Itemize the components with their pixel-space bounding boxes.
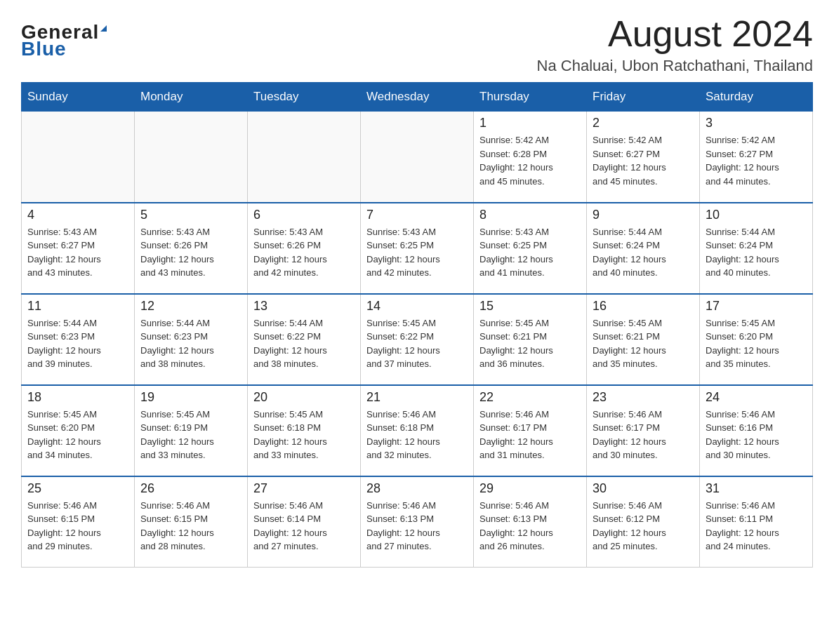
day-info: Sunrise: 5:45 AM Sunset: 6:22 PM Dayligh… (366, 316, 468, 371)
day-number: 4 (27, 208, 128, 222)
month-title: August 2024 (537, 14, 813, 54)
calendar-cell (22, 112, 135, 203)
logo-blue-text: Blue (21, 38, 67, 60)
calendar-cell: 2Sunrise: 5:42 AM Sunset: 6:27 PM Daylig… (587, 112, 700, 203)
day-number: 5 (140, 208, 241, 222)
day-info: Sunrise: 5:45 AM Sunset: 6:18 PM Dayligh… (253, 408, 355, 462)
calendar-week-4: 18Sunrise: 5:45 AM Sunset: 6:20 PM Dayli… (22, 385, 813, 476)
calendar-header-row: SundayMondayTuesdayWednesdayThursdayFrid… (22, 83, 813, 112)
header: General Blue August 2024 Na Chaluai, Ubo… (21, 14, 813, 75)
calendar-cell: 15Sunrise: 5:45 AM Sunset: 6:21 PM Dayli… (474, 294, 587, 385)
calendar-cell (135, 112, 248, 203)
day-number: 23 (593, 390, 694, 405)
day-info: Sunrise: 5:46 AM Sunset: 6:12 PM Dayligh… (593, 499, 694, 554)
day-number: 9 (593, 208, 694, 222)
calendar-cell: 24Sunrise: 5:46 AM Sunset: 6:16 PM Dayli… (700, 385, 813, 476)
day-info: Sunrise: 5:46 AM Sunset: 6:13 PM Dayligh… (479, 499, 581, 554)
day-number: 24 (706, 390, 807, 405)
day-number: 10 (706, 208, 807, 222)
day-info: Sunrise: 5:42 AM Sunset: 6:28 PM Dayligh… (479, 133, 581, 188)
day-number: 15 (479, 299, 581, 314)
day-number: 11 (27, 299, 128, 314)
calendar-cell: 10Sunrise: 5:44 AM Sunset: 6:24 PM Dayli… (700, 203, 813, 294)
day-number: 21 (366, 390, 468, 405)
header-monday: Monday (135, 83, 248, 112)
calendar-cell: 5Sunrise: 5:43 AM Sunset: 6:26 PM Daylig… (135, 203, 248, 294)
logo-arrow-icon (100, 25, 107, 32)
calendar-cell: 9Sunrise: 5:44 AM Sunset: 6:24 PM Daylig… (587, 203, 700, 294)
day-info: Sunrise: 5:45 AM Sunset: 6:21 PM Dayligh… (593, 316, 694, 371)
calendar-cell (361, 112, 474, 203)
day-info: Sunrise: 5:46 AM Sunset: 6:14 PM Dayligh… (253, 499, 355, 554)
day-info: Sunrise: 5:43 AM Sunset: 6:26 PM Dayligh… (140, 225, 241, 280)
calendar-week-1: 1Sunrise: 5:42 AM Sunset: 6:28 PM Daylig… (22, 112, 813, 203)
calendar-cell: 28Sunrise: 5:46 AM Sunset: 6:13 PM Dayli… (361, 476, 474, 568)
calendar-cell: 27Sunrise: 5:46 AM Sunset: 6:14 PM Dayli… (248, 476, 361, 568)
day-number: 28 (366, 481, 468, 496)
calendar-cell: 19Sunrise: 5:45 AM Sunset: 6:19 PM Dayli… (135, 385, 248, 476)
calendar-cell: 29Sunrise: 5:46 AM Sunset: 6:13 PM Dayli… (474, 476, 587, 568)
day-number: 2 (593, 116, 694, 130)
calendar-cell: 18Sunrise: 5:45 AM Sunset: 6:20 PM Dayli… (22, 385, 135, 476)
day-number: 13 (253, 299, 355, 314)
header-sunday: Sunday (22, 83, 135, 112)
day-info: Sunrise: 5:46 AM Sunset: 6:17 PM Dayligh… (593, 408, 694, 462)
day-number: 7 (366, 208, 468, 222)
day-number: 30 (593, 481, 694, 496)
location-title: Na Chaluai, Ubon Ratchathani, Thailand (537, 57, 813, 75)
header-tuesday: Tuesday (248, 83, 361, 112)
day-number: 12 (140, 299, 241, 314)
header-thursday: Thursday (474, 83, 587, 112)
day-info: Sunrise: 5:46 AM Sunset: 6:13 PM Dayligh… (366, 499, 468, 554)
day-number: 6 (253, 208, 355, 222)
calendar-cell: 11Sunrise: 5:44 AM Sunset: 6:23 PM Dayli… (22, 294, 135, 385)
calendar-week-3: 11Sunrise: 5:44 AM Sunset: 6:23 PM Dayli… (22, 294, 813, 385)
day-info: Sunrise: 5:46 AM Sunset: 6:15 PM Dayligh… (27, 499, 128, 554)
calendar-table: SundayMondayTuesdayWednesdayThursdayFrid… (21, 82, 813, 568)
day-info: Sunrise: 5:46 AM Sunset: 6:17 PM Dayligh… (479, 408, 581, 462)
day-number: 20 (253, 390, 355, 405)
day-info: Sunrise: 5:43 AM Sunset: 6:25 PM Dayligh… (366, 225, 468, 280)
day-info: Sunrise: 5:44 AM Sunset: 6:23 PM Dayligh… (140, 316, 241, 371)
day-number: 18 (27, 390, 128, 405)
calendar-cell: 3Sunrise: 5:42 AM Sunset: 6:27 PM Daylig… (700, 112, 813, 203)
day-info: Sunrise: 5:46 AM Sunset: 6:15 PM Dayligh… (140, 499, 241, 554)
day-number: 14 (366, 299, 468, 314)
header-saturday: Saturday (700, 83, 813, 112)
day-number: 29 (479, 481, 581, 496)
day-info: Sunrise: 5:45 AM Sunset: 6:20 PM Dayligh… (706, 316, 807, 371)
title-area: August 2024 Na Chaluai, Ubon Ratchathani… (537, 14, 813, 75)
calendar-cell: 25Sunrise: 5:46 AM Sunset: 6:15 PM Dayli… (22, 476, 135, 568)
calendar-cell: 7Sunrise: 5:43 AM Sunset: 6:25 PM Daylig… (361, 203, 474, 294)
day-number: 27 (253, 481, 355, 496)
calendar-cell: 12Sunrise: 5:44 AM Sunset: 6:23 PM Dayli… (135, 294, 248, 385)
calendar-week-5: 25Sunrise: 5:46 AM Sunset: 6:15 PM Dayli… (22, 476, 813, 568)
calendar-cell: 20Sunrise: 5:45 AM Sunset: 6:18 PM Dayli… (248, 385, 361, 476)
day-number: 3 (706, 116, 807, 130)
calendar-cell: 31Sunrise: 5:46 AM Sunset: 6:11 PM Dayli… (700, 476, 813, 568)
header-wednesday: Wednesday (361, 83, 474, 112)
day-info: Sunrise: 5:44 AM Sunset: 6:24 PM Dayligh… (706, 225, 807, 280)
day-number: 31 (706, 481, 807, 496)
day-info: Sunrise: 5:45 AM Sunset: 6:21 PM Dayligh… (479, 316, 581, 371)
calendar-cell: 22Sunrise: 5:46 AM Sunset: 6:17 PM Dayli… (474, 385, 587, 476)
calendar-cell: 26Sunrise: 5:46 AM Sunset: 6:15 PM Dayli… (135, 476, 248, 568)
day-info: Sunrise: 5:43 AM Sunset: 6:25 PM Dayligh… (479, 225, 581, 280)
calendar-cell: 16Sunrise: 5:45 AM Sunset: 6:21 PM Dayli… (587, 294, 700, 385)
calendar-cell: 14Sunrise: 5:45 AM Sunset: 6:22 PM Dayli… (361, 294, 474, 385)
calendar-cell: 8Sunrise: 5:43 AM Sunset: 6:25 PM Daylig… (474, 203, 587, 294)
day-number: 19 (140, 390, 241, 405)
calendar-cell: 13Sunrise: 5:44 AM Sunset: 6:22 PM Dayli… (248, 294, 361, 385)
day-number: 8 (479, 208, 581, 222)
day-number: 25 (27, 481, 128, 496)
calendar-cell: 30Sunrise: 5:46 AM Sunset: 6:12 PM Dayli… (587, 476, 700, 568)
day-info: Sunrise: 5:42 AM Sunset: 6:27 PM Dayligh… (593, 133, 694, 188)
day-info: Sunrise: 5:43 AM Sunset: 6:27 PM Dayligh… (27, 225, 128, 280)
calendar-cell (248, 112, 361, 203)
day-info: Sunrise: 5:44 AM Sunset: 6:22 PM Dayligh… (253, 316, 355, 371)
logo: General Blue (21, 21, 107, 60)
day-number: 1 (479, 116, 581, 130)
calendar-cell: 6Sunrise: 5:43 AM Sunset: 6:26 PM Daylig… (248, 203, 361, 294)
day-info: Sunrise: 5:46 AM Sunset: 6:16 PM Dayligh… (706, 408, 807, 462)
calendar-cell: 17Sunrise: 5:45 AM Sunset: 6:20 PM Dayli… (700, 294, 813, 385)
